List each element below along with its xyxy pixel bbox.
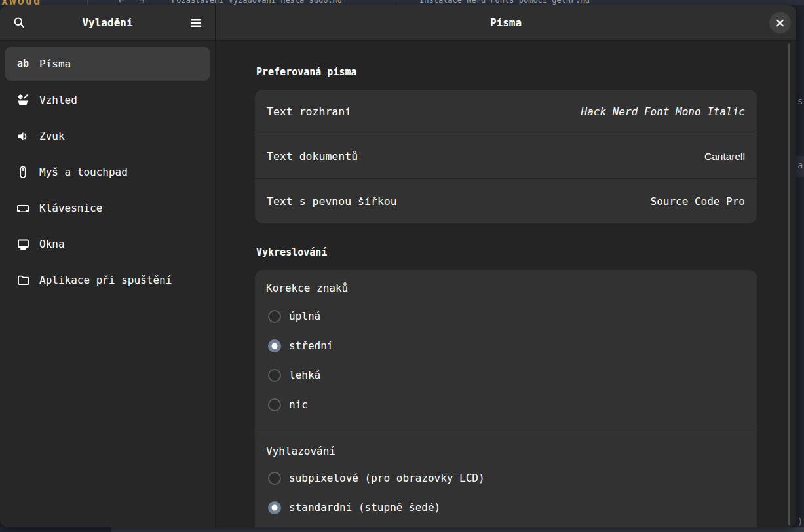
mouse-icon [15,166,31,179]
radio-button-selected[interactable] [268,339,281,352]
sidebar-item-windows[interactable]: Okna [5,227,210,261]
app-title: Vyladění [30,16,185,29]
fonts-panel: Písma Preferovaná písma Text rozhraní Ha… [216,5,796,527]
monospace-font-row[interactable]: Text s pevnou šířkou Source Code Pro [255,179,757,223]
sidebar-item-label: Okna [39,238,65,250]
antialiasing-radio-group: subpixelové (pro obrazovky LCD) standard… [255,463,757,527]
radio-option-none-aa[interactable]: nic [255,522,757,527]
monospace-font-value[interactable]: Source Code Pro [651,195,746,208]
radio-button[interactable] [268,310,281,323]
font-row-label: Text dokumentů [267,150,358,162]
keyboard-icon [15,203,31,214]
radio-button[interactable] [268,369,281,382]
sidebar-item-startup-apps[interactable]: Aplikace při spuštění [5,263,210,297]
interface-font-value[interactable]: Hack Nerd Font Mono Italic [581,105,745,118]
sidebar-item-label: Myš a touchpad [39,166,128,178]
panel-headerbar: Písma [216,5,796,41]
background-bottom-left-segment [0,527,111,532]
sidebar-item-keyboard[interactable]: Klávesnice [5,191,210,225]
sidebar-headerbar: Vyladění [0,5,215,41]
sidebar-item-label: Písma [39,58,71,70]
section-heading-rendering: Vykreslování [256,244,756,260]
hamburger-menu-icon [190,18,202,28]
antialiasing-group-title: Vyhlazování [255,442,757,461]
font-ab-icon: ab [15,59,31,69]
radio-option-none[interactable]: nic [255,390,757,419]
background-bottom-right-segment [111,527,804,532]
preferred-fonts-card: Text rozhraní Hack Nerd Font Mono Italic… [255,90,757,223]
radio-button[interactable] [268,472,281,485]
window-icon [15,238,31,250]
document-font-row[interactable]: Text dokumentů Cantarell [255,134,757,179]
sidebar-item-mouse-touchpad[interactable]: Myš a touchpad [5,155,210,189]
tweaks-window: Vyladění ab Písma Vzhled [0,5,796,527]
background-text-fragment: a [797,160,803,170]
font-row-label: Text rozhraní [267,105,351,118]
hinting-group-title: Korekce znaků [255,279,757,297]
search-icon [13,16,26,29]
back-arrow-icon[interactable]: ← [119,0,124,5]
topbar-divider [147,0,147,5]
sidebar-item-label: Aplikace při spuštění [39,274,172,286]
sidebar-item-label: Vzhled [39,94,77,106]
panel-content: Preferovaná písma Text rozhraní Hack Ner… [216,41,796,527]
radio-option-subpixel[interactable]: subpixelové (pro obrazovky LCD) [255,463,757,493]
rendering-card: Korekce znaků úplná střední lehká [255,270,757,527]
folder-icon [15,275,31,286]
panel-title: Písma [490,16,522,29]
radio-option-slight[interactable]: lehká [255,360,757,390]
sidebar-item-label: Zvuk [39,130,65,142]
background-path-fragment: xwoud [1,0,41,5]
section-heading-preferred-fonts: Preferovaná písma [256,64,756,80]
radio-option-medium[interactable]: střední [255,331,757,360]
font-row-label: Text s pevnou šířkou [267,195,397,208]
interface-font-row[interactable]: Text rozhraní Hack Nerd Font Mono Italic [255,90,757,134]
vertical-scrollbar[interactable] [788,43,790,525]
topbar-divider [396,0,396,5]
sidebar-item-appearance[interactable]: Vzhled [5,83,210,117]
topbar-divider [87,0,88,5]
background-tab-sudo[interactable]: Pozastavení vyžadování hesla sudo.md [172,0,342,5]
hinting-radio-group: úplná střední lehká nic [255,301,757,419]
appearance-icon [15,94,31,106]
radio-button[interactable] [268,398,281,411]
menu-button[interactable] [185,12,207,34]
background-text-fragment: s [797,96,803,106]
search-button[interactable] [8,12,30,34]
forward-arrow-icon[interactable]: → [139,0,144,5]
radio-option-standard[interactable]: standardní (stupně šedé) [255,493,757,522]
background-text-fragment: ) [797,516,803,527]
sidebar-item-label: Klávesnice [39,202,102,214]
background-editor-topbar: xwoud ← → Pozastavení vyžadování hesla s… [0,0,804,5]
radio-option-full[interactable]: úplná [255,301,757,331]
speaker-icon [15,130,31,142]
close-icon [776,18,784,27]
close-button[interactable] [769,12,791,33]
sidebar: Vyladění ab Písma Vzhled [0,5,216,527]
radio-button-selected[interactable] [268,501,281,514]
sidebar-item-sound[interactable]: Zvuk [5,119,210,153]
topbar-divider [570,0,571,5]
background-tab-nerdfonts[interactable]: Instalace Nerd Fonts pomocí getNF.md [419,0,590,5]
background-editor-right-edge: s a ) [796,5,804,532]
background-editor-bottom-edge [0,527,804,532]
sidebar-item-fonts[interactable]: ab Písma [5,47,210,81]
sidebar-nav: ab Písma Vzhled Zvuk Myš a touchpad [0,41,215,306]
document-font-value[interactable]: Cantarell [704,151,745,162]
